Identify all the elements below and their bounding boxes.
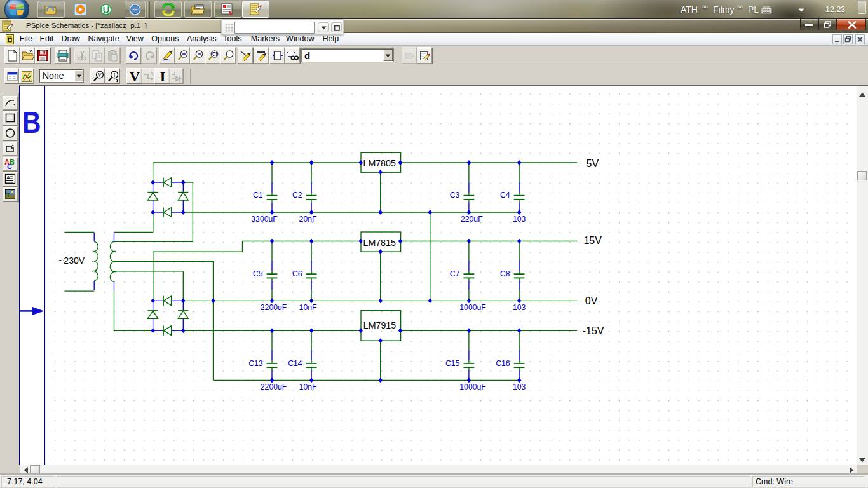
svg-text:C6: C6	[292, 269, 302, 278]
svg-text:10nF: 10nF	[299, 303, 317, 312]
svg-text:C16: C16	[496, 359, 510, 368]
svg-text:C15: C15	[445, 359, 460, 368]
svg-text:C7: C7	[450, 269, 460, 278]
svg-text:C8: C8	[500, 269, 510, 278]
svg-text:C14: C14	[288, 359, 302, 368]
svg-text:B: B	[22, 105, 41, 139]
svg-text:I: I	[114, 72, 116, 78]
svg-text:10nF: 10nF	[299, 383, 317, 391]
svg-text:103: 103	[513, 303, 526, 312]
svg-text:103: 103	[513, 215, 526, 224]
svg-text:V: V	[130, 71, 140, 83]
svg-text:3300uF: 3300uF	[251, 215, 277, 224]
svg-text:A: A	[6, 175, 10, 180]
svg-text:20nF: 20nF	[299, 215, 317, 224]
svg-text:2200uF: 2200uF	[261, 303, 287, 312]
svg-text:103: 103	[513, 383, 526, 391]
svg-text:C1: C1	[253, 191, 263, 200]
svg-text:2200uF: 2200uF	[261, 383, 287, 391]
svg-text:C4: C4	[500, 191, 510, 200]
svg-text:I: I	[173, 71, 175, 78]
svg-text:LM7815: LM7815	[363, 238, 396, 248]
svg-text:-15V: -15V	[583, 325, 604, 336]
svg-text:5V: 5V	[587, 158, 599, 169]
svg-text:C2: C2	[292, 191, 302, 200]
svg-text:I: I	[160, 71, 166, 83]
svg-text:C3: C3	[450, 191, 460, 200]
svg-text:C13: C13	[248, 359, 263, 368]
svg-text:220uF: 220uF	[461, 215, 483, 224]
svg-text:C5: C5	[253, 269, 263, 278]
svg-text:1000uF: 1000uF	[459, 383, 485, 391]
svg-text:LM7915: LM7915	[363, 320, 396, 330]
svg-text:15V: 15V	[583, 235, 602, 246]
svg-text:~230V: ~230V	[58, 255, 85, 266]
svg-text:1000uF: 1000uF	[459, 303, 485, 312]
svg-text:LM7805: LM7805	[363, 158, 396, 168]
svg-text:0V: 0V	[585, 295, 598, 306]
svg-text:V: V	[98, 72, 102, 78]
svg-text:C: C	[7, 163, 12, 170]
